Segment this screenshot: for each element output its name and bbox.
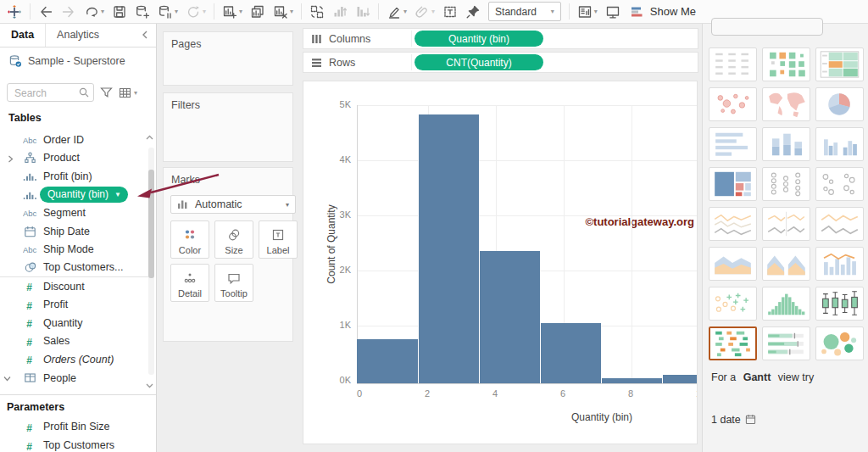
histogram-bar[interactable]	[418, 114, 479, 383]
marks-button-label: Size	[225, 245, 242, 255]
showme-horizontal-bars[interactable]	[709, 127, 757, 161]
field-quantity-bin[interactable]: Quantity (bin)▼	[0, 186, 148, 204]
forward-icon	[61, 4, 76, 20]
field-top-customers[interactable]: Top Customers...	[0, 259, 148, 277]
label-button[interactable]: Label	[259, 220, 298, 259]
field-profit-bin[interactable]: Profit (bin)	[0, 167, 148, 186]
save-button[interactable]	[112, 4, 127, 20]
fields-scrollbar[interactable]	[148, 148, 154, 375]
pen-icon	[387, 4, 402, 20]
color-button[interactable]: Color	[170, 220, 209, 259]
show-me-button[interactable]: Show Me	[630, 5, 696, 19]
parameter-top-customers[interactable]: #Top Customers	[0, 436, 156, 452]
marks-button-label: Detail	[178, 288, 202, 299]
tab-analytics[interactable]: Analytics	[46, 24, 110, 47]
show-hide-cards-button[interactable]: ▾	[577, 4, 598, 20]
pages-shelf[interactable]: Pages	[163, 31, 293, 86]
showme-box-and-whisker[interactable]	[815, 287, 864, 321]
histogram-bar[interactable]	[601, 378, 662, 384]
size-button[interactable]: Size	[214, 220, 253, 259]
field-ship-mode[interactable]: AbcShip Mode	[0, 241, 148, 259]
showme-histogram[interactable]	[762, 287, 810, 321]
showme-scatter-plots[interactable]	[709, 287, 757, 321]
filters-shelf[interactable]: Filters	[163, 92, 293, 162]
showme-dual-lines[interactable]	[815, 207, 864, 241]
field-sales[interactable]: #Sales	[0, 332, 148, 351]
new-worksheet-button[interactable]: ▾	[222, 4, 242, 20]
showme-lines-continuous[interactable]	[709, 207, 757, 241]
showme-gantt[interactable]	[709, 326, 757, 360]
search-input[interactable]	[13, 86, 81, 101]
field-order-id[interactable]: AbcOrder ID	[0, 131, 148, 149]
field-quantity[interactable]: #Quantity	[0, 314, 148, 332]
presentation-mode-button[interactable]	[605, 4, 620, 20]
showme-text-tables[interactable]	[709, 47, 757, 81]
undo-button[interactable]	[38, 4, 53, 20]
fit-select[interactable]: Standard▾	[488, 2, 561, 21]
group-members-button[interactable]: ▾	[415, 4, 435, 20]
expander-right-icon[interactable]	[8, 155, 14, 163]
tooltip-button[interactable]: Tooltip	[214, 264, 253, 302]
showme-symbol-maps[interactable]	[709, 87, 757, 121]
histogram-bar[interactable]	[540, 323, 601, 384]
showme-dual-combination[interactable]	[815, 247, 864, 281]
showme-pie-charts[interactable]	[815, 87, 864, 121]
view-options-icon[interactable]: ▾	[119, 87, 137, 98]
datasource-row[interactable]: Sample - Superstore	[8, 52, 153, 70]
tab-data[interactable]: Data	[0, 24, 46, 47]
showme-stacked-bars[interactable]	[762, 127, 810, 161]
showme-circle-views[interactable]	[762, 167, 810, 201]
field-segment[interactable]: AbcSegment	[0, 204, 148, 222]
showme-bullet-graphs[interactable]	[762, 326, 810, 360]
highlight-button[interactable]: ▾	[387, 4, 407, 20]
scroll-up-icon[interactable]	[146, 135, 153, 140]
showme-treemaps[interactable]	[709, 167, 757, 201]
pill-cnt-quantity[interactable]: CNT(Quantity)	[415, 54, 543, 70]
showme-packed-bubbles[interactable]	[815, 326, 864, 360]
scrollbar-thumb[interactable]	[148, 170, 154, 278]
expander-down-icon[interactable]	[3, 376, 11, 382]
field-discount[interactable]: #Discount	[0, 277, 148, 296]
field-product[interactable]: Product	[0, 149, 148, 168]
tableau-logo[interactable]	[7, 4, 22, 20]
mark-type-dropdown[interactable]: Automatic ▾	[170, 195, 296, 214]
parameter-profit-bin-size[interactable]: #Profit Bin Size	[0, 417, 156, 436]
rows-shelf[interactable]: Rows CNT(Quantity)	[303, 52, 698, 73]
pill-quantity-bin[interactable]: Quantity (bin)	[415, 31, 543, 47]
swap-rows-columns-button[interactable]	[309, 4, 325, 20]
columns-shelf[interactable]: Columns Quantity (bin)	[303, 28, 698, 49]
pause-auto-updates-button[interactable]: ▾	[158, 4, 178, 20]
showme-lines-discrete[interactable]	[762, 207, 810, 241]
show-mark-labels-button[interactable]	[442, 4, 458, 20]
clear-sheet-button[interactable]: ▾	[273, 4, 293, 20]
replay-button[interactable]: ▾	[84, 4, 104, 20]
new-data-source-button[interactable]	[135, 4, 150, 20]
showme-heat-maps[interactable]	[762, 47, 810, 81]
histogram-bar[interactable]	[479, 251, 540, 383]
showme-highlight-tables[interactable]	[815, 47, 864, 81]
histogram-bar[interactable]	[357, 339, 418, 383]
scroll-down-icon[interactable]	[146, 383, 153, 388]
sort-descending-button[interactable]	[355, 4, 370, 20]
field-ship-date[interactable]: Ship Date	[0, 222, 148, 241]
filter-fields-icon[interactable]	[100, 86, 113, 98]
detail-button[interactable]: Detail	[170, 264, 209, 302]
fix-axes-button[interactable]	[465, 4, 481, 20]
field-profit[interactable]: #Profit	[0, 295, 148, 314]
run-auto-updates-button[interactable]: ▾	[186, 4, 206, 20]
toolbar-separator	[569, 3, 570, 20]
showme-filled-maps[interactable]	[762, 87, 810, 121]
showme-side-by-side-circles[interactable]	[815, 167, 864, 201]
showme-side-by-side-bars[interactable]	[815, 127, 864, 161]
field-people[interactable]: People	[0, 369, 148, 388]
showme-area-charts-discrete[interactable]	[762, 247, 810, 281]
sort-ascending-button[interactable]	[332, 4, 348, 20]
duplicate-button[interactable]	[250, 4, 265, 20]
collapse-pane-icon[interactable]	[134, 24, 156, 47]
showme-area-charts-continuous[interactable]	[709, 247, 757, 281]
field-pill[interactable]: Quantity (bin)▼	[40, 187, 128, 203]
histogram-bar[interactable]	[662, 375, 698, 383]
redo-button[interactable]	[61, 4, 76, 20]
field-orders-count[interactable]: #Orders (Count)	[0, 350, 148, 369]
pane-tabs: Data Analytics	[0, 24, 156, 47]
